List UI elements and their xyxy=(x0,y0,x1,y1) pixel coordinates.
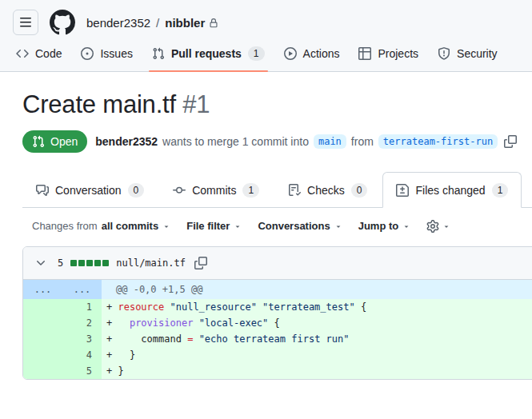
base-branch-label[interactable]: main xyxy=(314,134,346,149)
changes-from-label: Changes from xyxy=(32,220,98,232)
nav-label: Projects xyxy=(378,47,418,60)
pull-requests-count-badge: 1 xyxy=(248,46,265,61)
pr-number: #1 xyxy=(182,90,210,118)
checklist-icon xyxy=(288,184,301,197)
triangle-down-icon xyxy=(162,222,170,230)
old-line-number-cell[interactable] xyxy=(23,315,62,331)
new-line-number-cell[interactable]: 2 xyxy=(62,315,102,331)
file-filter-dropdown[interactable]: File filter xyxy=(186,220,242,232)
tab-conversation[interactable]: Conversation 0 xyxy=(22,175,158,207)
comment-discussion-icon xyxy=(36,184,49,197)
triangle-down-icon xyxy=(234,222,242,230)
copy-file-path-button[interactable] xyxy=(194,257,207,269)
nav-label: Issues xyxy=(100,47,132,60)
tab-checks[interactable]: Checks 0 xyxy=(274,175,381,207)
code-line: + resource "null_resource" "terrateam_te… xyxy=(102,299,532,315)
three-bars-icon xyxy=(19,16,32,29)
code-line: + } xyxy=(102,363,532,379)
merge-text: wants to merge 1 commit into xyxy=(162,135,309,148)
code-line: + provisioner "local-exec" { xyxy=(102,315,532,331)
shield-icon xyxy=(438,47,450,60)
copy-icon xyxy=(504,135,517,148)
git-pull-request-icon xyxy=(152,47,165,60)
tab-commits[interactable]: Commits 1 xyxy=(159,175,273,207)
lock-icon xyxy=(209,18,218,28)
tab-label: Files changed xyxy=(415,184,485,197)
file-path[interactable]: null/main.tf xyxy=(116,257,186,269)
nav-item-actions[interactable]: Actions xyxy=(278,40,346,71)
new-line-number-cell[interactable]: 4 xyxy=(62,347,102,363)
new-line-number-cell[interactable]: 1 xyxy=(62,299,102,315)
diff-added-line: 1+ resource "null_resource" "terrateam_t… xyxy=(23,299,532,315)
pr-author[interactable]: bender2352 xyxy=(95,135,158,148)
checks-count-badge: 0 xyxy=(351,183,368,198)
diffstat-square xyxy=(94,260,101,266)
tab-files-changed[interactable]: Files changed 1 xyxy=(382,172,522,208)
from-word: from xyxy=(351,135,374,148)
new-line-number-cell[interactable]: 5 xyxy=(62,363,102,379)
diff-file-header: 5 null/main.tf xyxy=(23,247,532,280)
changes-from-dropdown[interactable]: Changes from all commits xyxy=(32,220,170,232)
expand-hunk-old[interactable]: ... xyxy=(23,280,62,299)
old-line-number-cell[interactable] xyxy=(23,363,62,379)
tab-label: Conversation xyxy=(55,184,122,197)
diffstat-square xyxy=(86,260,93,266)
repo-name: nibbler xyxy=(165,16,205,30)
collapse-file-button[interactable] xyxy=(31,257,50,269)
project-table-icon xyxy=(358,47,371,60)
diff-added-line: 5+ } xyxy=(23,363,532,379)
pr-tabnav: Conversation 0 Commits 1 Checks 0 Files … xyxy=(22,172,532,208)
chevron-down-icon xyxy=(34,257,47,269)
conversations-dropdown[interactable]: Conversations xyxy=(258,220,342,232)
gear-icon xyxy=(426,220,439,233)
new-line-number-cell[interactable]: 3 xyxy=(62,331,102,347)
copy-branch-button[interactable] xyxy=(504,135,517,148)
nav-item-pull-requests[interactable]: Pull requests 1 xyxy=(146,40,271,71)
git-pull-request-icon xyxy=(32,135,45,148)
head-branch-label[interactable]: terrateam-first-run xyxy=(378,134,498,149)
nav-item-issues[interactable]: Issues xyxy=(74,40,138,71)
status-label: Open xyxy=(50,135,78,148)
hunk-gutter: ... ... xyxy=(23,280,102,299)
nav-item-code[interactable]: Code xyxy=(10,40,68,71)
top-bar: bender2352 / nibbler xyxy=(0,0,532,40)
old-line-number-cell[interactable] xyxy=(23,331,62,347)
breadcrumb-separator: / xyxy=(156,16,159,30)
app-header: bender2352 / nibbler Code Issues xyxy=(0,0,532,72)
jump-to-dropdown[interactable]: Jump to xyxy=(358,220,411,232)
code-line: + } xyxy=(102,347,532,363)
diff-filter-bar: Changes from all commits File filter Con… xyxy=(22,220,532,233)
breadcrumb-owner[interactable]: bender2352 xyxy=(86,16,150,30)
jump-to-label: Jump to xyxy=(358,220,399,232)
commits-count-badge: 1 xyxy=(242,183,259,198)
github-logo-icon[interactable] xyxy=(50,10,75,35)
hamburger-menu-button[interactable] xyxy=(13,10,38,35)
expand-hunk-new[interactable]: ... xyxy=(62,280,102,299)
code-line: + command = "echo terrateam first run" xyxy=(102,331,532,347)
conversation-count-badge: 0 xyxy=(128,183,145,198)
files-changed-count-badge: 1 xyxy=(492,183,509,198)
play-circle-icon xyxy=(284,47,297,60)
breadcrumb-repo[interactable]: nibbler xyxy=(165,16,218,30)
nav-item-security[interactable]: Security xyxy=(431,40,504,71)
hunk-header-text: @@ -0,0 +1,5 @@ xyxy=(102,280,532,299)
nav-label: Actions xyxy=(303,47,340,60)
file-diff-icon xyxy=(396,184,409,197)
file-filter-label: File filter xyxy=(186,220,230,232)
breadcrumb: bender2352 / nibbler xyxy=(86,16,218,30)
hunk-header-row: ... ... @@ -0,0 +1,5 @@ xyxy=(23,280,532,299)
issue-opened-icon xyxy=(81,47,94,60)
active-nav-underline xyxy=(149,70,268,72)
page-title: Create main.tf #1 xyxy=(22,90,532,121)
nav-label: Code xyxy=(35,47,62,60)
changes-from-value: all commits xyxy=(102,220,159,232)
diff-added-line: 4+ } xyxy=(23,347,532,363)
diff-settings-dropdown[interactable] xyxy=(426,220,450,233)
old-line-number-cell[interactable] xyxy=(23,347,62,363)
status-badge: Open xyxy=(22,130,87,153)
nav-item-projects[interactable]: Projects xyxy=(352,40,425,71)
old-line-number-cell[interactable] xyxy=(23,299,62,315)
additions-count: 5 xyxy=(58,257,63,269)
triangle-down-icon xyxy=(334,222,342,230)
nav-label: Security xyxy=(457,47,498,60)
